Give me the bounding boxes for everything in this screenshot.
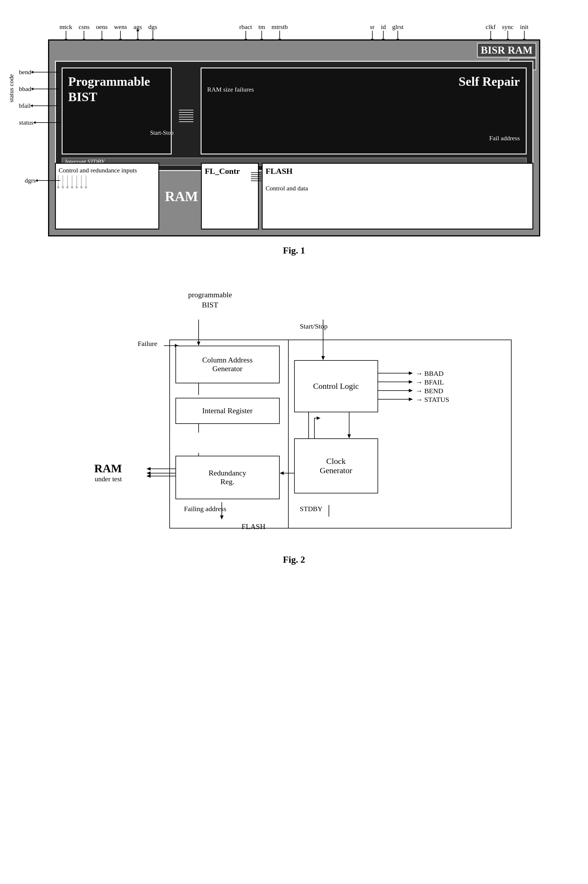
bist-label: BIST <box>190 301 231 310</box>
fig2-caption: Fig. 2 <box>48 554 540 565</box>
prog-bist-label: Programmable BIST <box>63 68 171 111</box>
svg-marker-30 <box>280 471 284 475</box>
signal-group-4: clkf sync init <box>486 23 529 39</box>
left-signals: status code <box>8 74 15 105</box>
fig2-lines-svg <box>48 285 540 546</box>
top-signals-row: mtck csns oens wens ags <box>48 23 540 39</box>
flash-label: FLASH <box>210 522 297 531</box>
status-code-vertical: status code <box>8 74 15 104</box>
bottom-section: Control and redundance inputs RAM FL_Con… <box>55 163 533 230</box>
fig1-caption: Fig. 1 <box>48 245 540 256</box>
svg-marker-32 <box>147 467 150 471</box>
failing-address-label: Failing address <box>184 505 226 513</box>
fig2-section: programmable BIST Failure Start/Stop Col… <box>48 285 540 565</box>
column-address-gen-box: Column Address Generator <box>176 346 280 383</box>
start-stop-label: Start-Stop <box>150 129 173 136</box>
left-signal-bbad: bbad <box>19 85 61 93</box>
control-redundance-box: Control and redundance inputs <box>55 163 159 230</box>
control-logic-box: Control Logic <box>294 360 378 412</box>
signal-ags: ags <box>134 23 142 39</box>
svg-marker-20 <box>147 471 150 475</box>
stdby-label: STDBY <box>300 505 323 513</box>
svg-marker-15 <box>347 434 351 438</box>
signal-oens: oens <box>96 23 107 39</box>
bfail-label: → BFAIL <box>416 379 444 386</box>
signal-rbact: rbact <box>239 23 252 39</box>
signal-mtrstb: mtrstb <box>272 23 288 39</box>
fig2-diagram: programmable BIST Failure Start/Stop Col… <box>48 285 540 546</box>
bbad-label: → BBAD <box>416 370 444 377</box>
signal-glrst: glrst <box>392 23 404 39</box>
failure-label: Failure <box>138 340 158 348</box>
self-repair-box: Self Repair RAM size failures Fail addre… <box>201 68 526 155</box>
down-arrows-bottom <box>58 175 86 187</box>
left-signal-bfail: bfail <box>19 102 61 110</box>
signal-init: init <box>520 23 528 39</box>
signal-id: id <box>381 23 386 39</box>
left-signal-arrows: bend bbad bfail <box>19 68 61 126</box>
signal-sync: sync <box>502 23 514 39</box>
svg-marker-3 <box>321 356 325 360</box>
fail-address-label: Fail address <box>489 134 520 142</box>
signal-wens: wens <box>114 23 127 39</box>
svg-marker-18 <box>317 416 320 420</box>
left-signal-bend: bend <box>19 68 61 76</box>
signal-mtck: mtck <box>60 23 72 39</box>
signal-group-1: mtck csns oens wens ags <box>60 23 157 39</box>
status-label: → STATUS <box>416 396 449 404</box>
signal-group-2: rbact tm mtrstb <box>239 23 288 39</box>
fig1-section: mtck csns oens wens ags <box>48 23 540 256</box>
svg-marker-9 <box>409 380 413 383</box>
start-stop-label: Start/Stop <box>300 322 328 330</box>
fig1-container: status code bend bbad <box>48 39 540 236</box>
internal-register-box: Internal Register <box>176 398 280 424</box>
bend-label: → BEND <box>416 387 443 395</box>
clock-generator-box: Clock Generator <box>294 438 378 493</box>
signal-group-3: sr id glrst <box>370 23 404 39</box>
svg-marker-34 <box>147 474 150 478</box>
page: mtck csns oens wens ags <box>0 0 588 884</box>
ram-label: RAM under test <box>94 462 122 483</box>
redundancy-reg-box: Redundancy Reg. <box>176 456 280 499</box>
bisr-ram-label: BISR RAM <box>477 43 536 57</box>
svg-marker-13 <box>409 397 413 401</box>
signal-sr: sr <box>370 23 375 39</box>
prog-bist-box: Programmable BIST Start-Stop <box>62 68 172 155</box>
flash-box: FLASH Control and data <box>262 163 533 230</box>
signal-clkf: clkf <box>486 23 496 39</box>
flash-lines <box>251 172 261 181</box>
connecting-lines <box>177 68 195 164</box>
programmable-label: programmable <box>181 291 239 299</box>
svg-marker-7 <box>409 371 413 375</box>
signal-csns: csns <box>79 23 90 39</box>
flash-control-data: Control and data <box>266 185 529 192</box>
svg-marker-1 <box>197 341 200 346</box>
fl-contr-box: FL_Contr <box>201 163 259 230</box>
signal-dgs: dgs <box>148 23 157 39</box>
ram-size-label: RAM size failures <box>207 86 254 93</box>
inner-dark-box: Programmable BIST Start-Stop <box>55 61 533 171</box>
ram-label-big: RAM <box>165 163 198 230</box>
signal-tm: tm <box>258 23 265 39</box>
dgrs-signal: dgrs <box>25 177 60 184</box>
left-signal-status: status <box>19 119 61 126</box>
svg-marker-27 <box>220 516 224 520</box>
svg-marker-11 <box>409 389 413 392</box>
fig1-main-box: BISR RAM BISR Programmable BIST Start-St… <box>48 39 540 236</box>
